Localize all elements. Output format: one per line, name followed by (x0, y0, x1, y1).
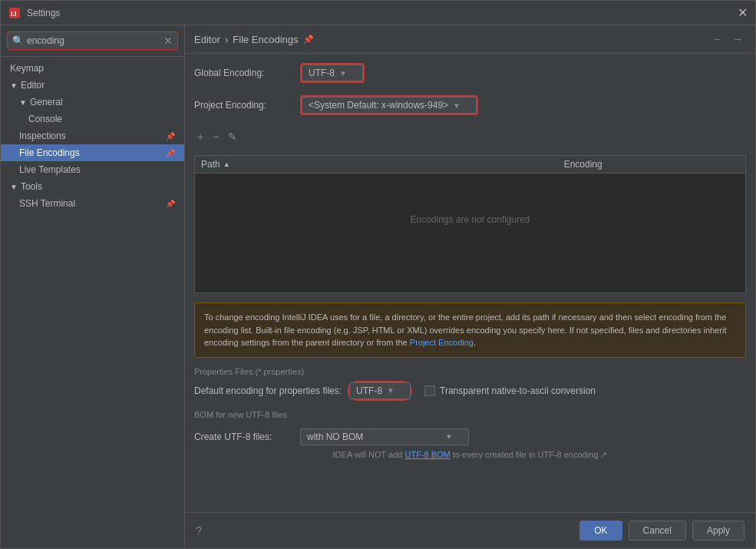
project-encoding-arrow: ▼ (453, 101, 461, 110)
right-panel: Editor › File Encodings 📌 ← → Global Enc… (185, 25, 755, 548)
breadcrumb-part2: File Encodings (233, 34, 298, 45)
inspections-label: Inspections (19, 131, 66, 141)
project-encoding-dropdown[interactable]: <System Default: x-windows-949> ▼ (302, 97, 477, 114)
search-wrapper: 🔍 ✕ (7, 31, 178, 50)
title-bar: IJ Settings ✕ (1, 1, 755, 25)
back-arrow[interactable]: ← (709, 31, 726, 47)
encoding-table: Path ▲ Encoding Encodings are not config… (194, 155, 746, 293)
sort-icon: ▲ (223, 160, 230, 168)
sidebar-item-file-encodings[interactable]: File Encodings 📌 (1, 144, 184, 161)
forward-arrow[interactable]: → (729, 31, 746, 47)
general-label: General (30, 97, 63, 107)
default-enc-value: UTF-8 (356, 385, 382, 396)
default-enc-wrapper: UTF-8 ▼ (348, 381, 412, 401)
breadcrumb: Editor › File Encodings 📌 (194, 34, 314, 45)
main-content: 🔍 ✕ Keymap ▼ Editor ▼ General (1, 25, 755, 548)
table-header: Path ▲ Encoding (195, 156, 745, 174)
global-encoding-wrapper: UTF-8 ▼ (300, 63, 365, 83)
bom-section-label: BOM for new UTF-8 files (194, 410, 746, 419)
search-input[interactable] (27, 35, 160, 46)
search-box: 🔍 ✕ (1, 25, 184, 57)
live-templates-label: Live Templates (19, 164, 81, 175)
global-encoding-label: Global Encoding: (194, 68, 294, 78)
properties-section-label: Properties Files (*.properties) (194, 367, 746, 376)
project-encoding-row: Project Encoding: <System Default: x-win… (194, 95, 746, 115)
sidebar-item-ssh-terminal[interactable]: SSH Terminal 📌 (1, 195, 184, 212)
bom-create-label: Create UTF-8 files: (194, 432, 294, 442)
info-box: To change encoding IntelliJ IDEA uses fo… (194, 303, 746, 358)
settings-dialog: IJ Settings ✕ 🔍 ✕ Keymap (0, 0, 756, 549)
sidebar-item-keymap[interactable]: Keymap (1, 60, 184, 77)
project-encoding-value: <System Default: x-windows-949> (309, 100, 448, 111)
breadcrumb-separator: › (225, 34, 228, 45)
bom-row: Create UTF-8 files: with NO BOM ▼ (194, 428, 746, 445)
bom-link[interactable]: UTF-8 BOM (405, 450, 451, 459)
bom-dropdown-arrow: ▼ (445, 432, 453, 441)
nav-arrows: ← → (709, 31, 746, 47)
project-encoding-link[interactable]: Project Encoding (410, 338, 474, 347)
breadcrumb-pin-icon: 📌 (303, 35, 314, 45)
cancel-button[interactable]: Cancel (629, 521, 686, 541)
info-text: To change encoding IntelliJ IDEA uses fo… (204, 313, 727, 347)
ssh-terminal-label: SSH Terminal (19, 198, 75, 209)
ok-button[interactable]: OK (579, 521, 622, 541)
global-encoding-arrow: ▼ (339, 69, 347, 78)
bom-create-dropdown[interactable]: with NO BOM ▼ (300, 428, 469, 445)
editor-label: Editor (21, 80, 45, 91)
global-encoding-row: Global Encoding: UTF-8 ▼ (194, 63, 746, 83)
properties-section: Properties Files (*.properties) Default … (194, 367, 746, 401)
editor-expand-icon: ▼ (10, 81, 18, 90)
search-icon: 🔍 (12, 35, 24, 46)
bom-create-value: with NO BOM (307, 432, 363, 442)
sidebar-item-console[interactable]: Console (1, 111, 184, 127)
properties-row: Default encoding for properties files: U… (194, 381, 746, 401)
svg-text:IJ: IJ (11, 10, 17, 18)
keymap-label: Keymap (10, 63, 44, 74)
sidebar-item-inspections[interactable]: Inspections 📌 (1, 127, 184, 144)
project-encoding-label: Project Encoding: (194, 100, 294, 111)
ssh-pin-icon: 📌 (166, 200, 175, 208)
apply-button[interactable]: Apply (692, 521, 744, 541)
global-encoding-value: UTF-8 (309, 68, 335, 78)
sidebar-item-editor[interactable]: ▼ Editor (1, 77, 184, 94)
panel-header: Editor › File Encodings 📌 ← → (185, 25, 755, 54)
project-encoding-wrapper: <System Default: x-windows-949> ▼ (300, 95, 478, 115)
table-empty-message: Encodings are not configured (195, 174, 745, 266)
nav-items: Keymap ▼ Editor ▼ General Console (1, 57, 184, 215)
footer-buttons: OK Cancel Apply (579, 521, 744, 541)
global-encoding-dropdown[interactable]: UTF-8 ▼ (302, 64, 363, 81)
inspections-pin-icon: 📌 (166, 132, 175, 141)
sidebar: 🔍 ✕ Keymap ▼ Editor ▼ General (1, 25, 185, 548)
sidebar-item-live-templates[interactable]: Live Templates (1, 161, 184, 178)
transparent-label: Transparent native-to-ascii conversion (440, 385, 596, 396)
transparent-checkbox-row: Transparent native-to-ascii conversion (424, 385, 596, 396)
general-expand-icon: ▼ (19, 98, 27, 107)
search-clear-button[interactable]: ✕ (163, 35, 173, 47)
default-enc-dropdown[interactable]: UTF-8 ▼ (349, 382, 411, 399)
tools-label: Tools (21, 181, 42, 192)
table-toolbar: + − ✎ (194, 127, 746, 146)
table-header-encoding: Encoding (558, 156, 745, 173)
default-enc-label: Default encoding for properties files: (194, 385, 342, 396)
remove-encoding-button[interactable]: − (210, 129, 222, 144)
file-encodings-label: File Encodings (19, 147, 80, 158)
app-icon: IJ (8, 7, 21, 19)
title-bar-left: IJ Settings (8, 7, 60, 19)
add-encoding-button[interactable]: + (194, 129, 206, 144)
transparent-checkbox[interactable] (424, 385, 435, 396)
file-encodings-pin-icon: 📌 (166, 149, 175, 157)
sidebar-item-general[interactable]: ▼ General (1, 94, 184, 111)
tools-expand-icon: ▼ (10, 183, 18, 191)
panel-body: Global Encoding: UTF-8 ▼ Project Encodin… (185, 54, 755, 512)
sidebar-item-tools[interactable]: ▼ Tools (1, 178, 184, 195)
bom-section: BOM for new UTF-8 files Create UTF-8 fil… (194, 410, 746, 460)
edit-encoding-button[interactable]: ✎ (225, 129, 240, 144)
table-header-path: Path ▲ (195, 156, 558, 173)
dialog-title: Settings (27, 8, 60, 18)
console-label: Console (28, 114, 62, 124)
dialog-footer: ? OK Cancel Apply (185, 512, 755, 548)
bom-note: IDEA will NOT add UTF-8 BOM to every cre… (194, 450, 746, 460)
default-enc-arrow: ▼ (387, 386, 395, 395)
help-button[interactable]: ? (196, 524, 202, 537)
close-button[interactable]: ✕ (738, 7, 748, 19)
